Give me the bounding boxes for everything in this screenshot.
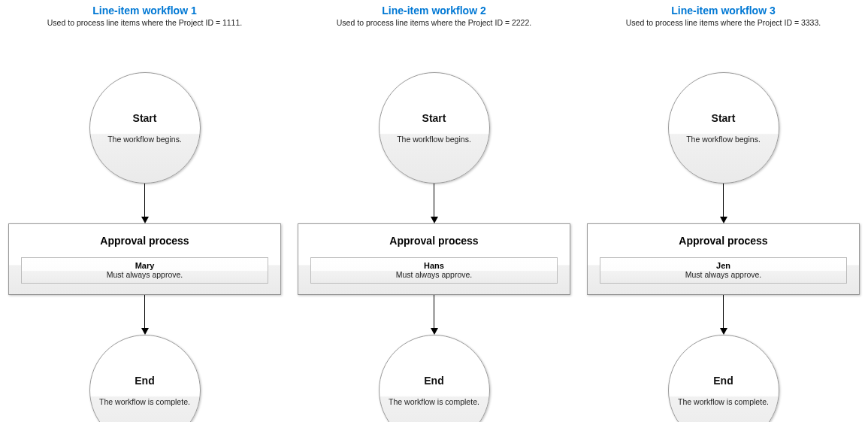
end-node-title: End <box>713 375 733 387</box>
approver-rule: Must always approve. <box>605 270 842 279</box>
arrow-down-icon <box>141 184 149 223</box>
workflow-columns: Line-item workflow 1 Used to process lin… <box>0 0 868 422</box>
workflow-title-link[interactable]: Line-item workflow 3 <box>671 5 775 17</box>
arrow-down-icon <box>720 184 727 223</box>
approval-title: Approval process <box>21 235 268 247</box>
start-node: Start The workflow begins. <box>379 72 490 184</box>
arrow-down-icon <box>431 184 438 223</box>
approver-row: Hans Must always approve. <box>310 257 558 284</box>
end-node: End The workflow is complete. <box>89 335 201 422</box>
end-node: End The workflow is complete. <box>668 335 779 422</box>
approver-row: Mary Must always approve. <box>21 257 268 284</box>
approver-name: Hans <box>316 261 552 270</box>
approver-rule: Must always approve. <box>316 270 552 279</box>
workflow-subtitle: Used to process line items where the Pro… <box>626 18 821 27</box>
arrow-down-icon <box>720 295 727 335</box>
start-node-sub: The workflow begins. <box>686 135 761 144</box>
workflow-col-1: Line-item workflow 1 Used to process lin… <box>8 5 282 422</box>
end-node: End The workflow is complete. <box>379 335 490 422</box>
approval-process-box: Approval process Hans Must always approv… <box>298 223 570 295</box>
workflow-subtitle: Used to process line items where the Pro… <box>47 18 242 27</box>
end-node-title: End <box>424 375 443 387</box>
approval-title: Approval process <box>310 235 558 247</box>
start-node: Start The workflow begins. <box>89 72 201 184</box>
start-node-title: Start <box>133 112 157 124</box>
end-node-sub: The workflow is complete. <box>99 397 190 406</box>
start-node-title: Start <box>422 112 446 124</box>
approval-title: Approval process <box>600 235 847 247</box>
arrow-down-icon <box>141 295 149 335</box>
approver-name: Jen <box>605 261 842 270</box>
workflow-title-link[interactable]: Line-item workflow 1 <box>92 5 196 17</box>
start-node-title: Start <box>712 112 736 124</box>
approver-name: Mary <box>26 261 263 270</box>
end-node-title: End <box>135 375 154 387</box>
workflow-title-link[interactable]: Line-item workflow 2 <box>382 5 485 17</box>
start-node: Start The workflow begins. <box>668 72 779 184</box>
approver-rule: Must always approve. <box>26 270 263 279</box>
workflow-subtitle: Used to process line items where the Pro… <box>337 18 531 27</box>
workflow-col-3: Line-item workflow 3 Used to process lin… <box>586 5 860 422</box>
end-node-sub: The workflow is complete. <box>678 397 769 406</box>
arrow-down-icon <box>431 295 438 335</box>
start-node-sub: The workflow begins. <box>397 135 471 144</box>
approval-process-box: Approval process Mary Must always approv… <box>8 223 281 295</box>
start-node-sub: The workflow begins. <box>107 135 182 144</box>
end-node-sub: The workflow is complete. <box>389 397 479 406</box>
approver-row: Jen Must always approve. <box>600 257 847 284</box>
workflow-col-2: Line-item workflow 2 Used to process lin… <box>297 5 571 422</box>
approval-process-box: Approval process Jen Must always approve… <box>587 223 860 295</box>
